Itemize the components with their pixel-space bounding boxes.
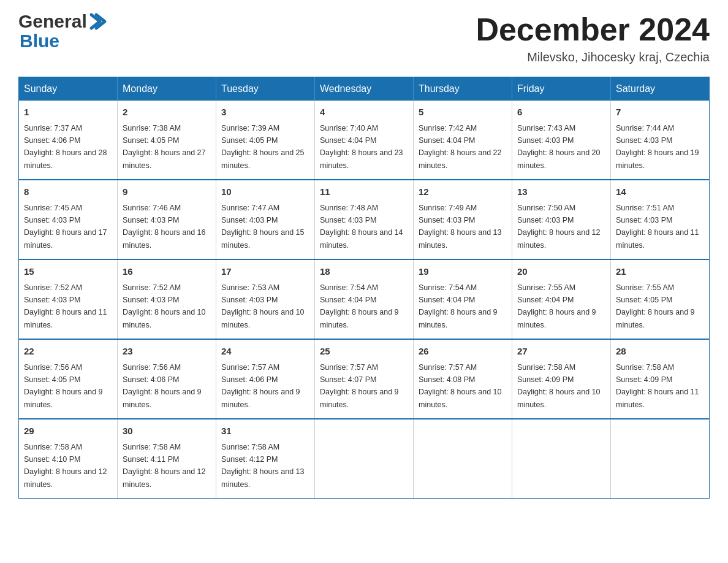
- day-number: 12: [419, 185, 507, 199]
- day-number: 27: [517, 345, 605, 359]
- day-info: Sunrise: 7:52 AMSunset: 4:03 PMDaylight:…: [24, 283, 107, 329]
- calendar-cell: [315, 419, 414, 499]
- calendar-cell: 18 Sunrise: 7:54 AMSunset: 4:04 PMDaylig…: [315, 259, 414, 339]
- col-header-thursday: Thursday: [414, 77, 512, 101]
- day-number: 26: [419, 345, 507, 359]
- calendar-cell: [414, 419, 512, 499]
- day-number: 4: [320, 105, 408, 120]
- calendar-cell: 29 Sunrise: 7:58 AMSunset: 4:10 PMDaylig…: [19, 419, 118, 499]
- calendar-cell: 14 Sunrise: 7:51 AMSunset: 4:03 PMDaylig…: [611, 180, 710, 259]
- day-number: 29: [24, 424, 112, 439]
- day-info: Sunrise: 7:49 AMSunset: 4:03 PMDaylight:…: [419, 204, 502, 250]
- calendar-cell: 19 Sunrise: 7:54 AMSunset: 4:04 PMDaylig…: [414, 259, 512, 339]
- day-info: Sunrise: 7:54 AMSunset: 4:04 PMDaylight:…: [419, 283, 498, 329]
- calendar-week-row: 8 Sunrise: 7:45 AMSunset: 4:03 PMDayligh…: [19, 180, 710, 259]
- day-info: Sunrise: 7:58 AMSunset: 4:10 PMDaylight:…: [24, 443, 107, 489]
- col-header-saturday: Saturday: [611, 77, 710, 101]
- day-info: Sunrise: 7:58 AMSunset: 4:12 PMDaylight:…: [221, 443, 305, 489]
- calendar-cell: 28 Sunrise: 7:58 AMSunset: 4:09 PMDaylig…: [611, 339, 710, 419]
- calendar-cell: 30 Sunrise: 7:58 AMSunset: 4:11 PMDaylig…: [118, 419, 216, 499]
- day-info: Sunrise: 7:38 AMSunset: 4:05 PMDaylight:…: [123, 124, 206, 170]
- calendar-cell: 6 Sunrise: 7:43 AMSunset: 4:03 PMDayligh…: [512, 101, 611, 180]
- col-header-friday: Friday: [512, 77, 611, 101]
- day-info: Sunrise: 7:56 AMSunset: 4:06 PMDaylight:…: [123, 363, 202, 409]
- day-number: 16: [123, 265, 211, 279]
- day-info: Sunrise: 7:37 AMSunset: 4:06 PMDaylight:…: [24, 124, 107, 170]
- day-number: 11: [320, 185, 408, 199]
- day-number: 18: [320, 265, 408, 279]
- day-number: 19: [419, 265, 507, 279]
- day-info: Sunrise: 7:42 AMSunset: 4:04 PMDaylight:…: [419, 124, 502, 170]
- calendar-cell: 31 Sunrise: 7:58 AMSunset: 4:12 PMDaylig…: [216, 419, 315, 499]
- day-number: 14: [616, 185, 704, 199]
- day-number: 8: [24, 185, 112, 199]
- location-subtitle: Milevsko, Jihocesky kraj, Czechia: [476, 50, 710, 64]
- calendar-cell: [512, 419, 611, 499]
- calendar-cell: 7 Sunrise: 7:44 AMSunset: 4:03 PMDayligh…: [611, 101, 710, 180]
- calendar-cell: 8 Sunrise: 7:45 AMSunset: 4:03 PMDayligh…: [19, 180, 118, 259]
- calendar-cell: [611, 419, 710, 499]
- day-number: 21: [616, 265, 704, 279]
- day-number: 10: [221, 185, 309, 199]
- day-info: Sunrise: 7:43 AMSunset: 4:03 PMDaylight:…: [517, 124, 601, 170]
- calendar-cell: 27 Sunrise: 7:58 AMSunset: 4:09 PMDaylig…: [512, 339, 611, 419]
- calendar-cell: 16 Sunrise: 7:52 AMSunset: 4:03 PMDaylig…: [118, 259, 216, 339]
- page-header: General Blue December 2024 Milevsko, Jih…: [18, 12, 710, 64]
- col-header-tuesday: Tuesday: [216, 77, 315, 101]
- calendar-table: SundayMondayTuesdayWednesdayThursdayFrid…: [18, 77, 710, 499]
- calendar-cell: 1 Sunrise: 7:37 AMSunset: 4:06 PMDayligh…: [19, 101, 118, 180]
- calendar-cell: 26 Sunrise: 7:57 AMSunset: 4:08 PMDaylig…: [414, 339, 512, 419]
- day-info: Sunrise: 7:58 AMSunset: 4:09 PMDaylight:…: [616, 363, 699, 409]
- day-number: 24: [221, 345, 309, 359]
- calendar-week-row: 15 Sunrise: 7:52 AMSunset: 4:03 PMDaylig…: [19, 259, 710, 339]
- calendar-cell: 24 Sunrise: 7:57 AMSunset: 4:06 PMDaylig…: [216, 339, 315, 419]
- day-info: Sunrise: 7:54 AMSunset: 4:04 PMDaylight:…: [320, 283, 399, 329]
- day-number: 6: [517, 105, 605, 120]
- day-info: Sunrise: 7:39 AMSunset: 4:05 PMDaylight:…: [221, 124, 305, 170]
- day-number: 17: [221, 265, 309, 279]
- day-number: 9: [123, 185, 211, 199]
- logo-text-general: General: [18, 12, 87, 31]
- day-info: Sunrise: 7:57 AMSunset: 4:06 PMDaylight:…: [221, 363, 300, 409]
- calendar-cell: 2 Sunrise: 7:38 AMSunset: 4:05 PMDayligh…: [118, 101, 216, 180]
- day-info: Sunrise: 7:48 AMSunset: 4:03 PMDaylight:…: [320, 204, 403, 250]
- day-info: Sunrise: 7:50 AMSunset: 4:03 PMDaylight:…: [517, 204, 601, 250]
- day-number: 3: [221, 105, 309, 120]
- calendar-cell: 20 Sunrise: 7:55 AMSunset: 4:04 PMDaylig…: [512, 259, 611, 339]
- day-number: 28: [616, 345, 704, 359]
- day-number: 23: [123, 345, 211, 359]
- day-info: Sunrise: 7:57 AMSunset: 4:08 PMDaylight:…: [419, 363, 502, 409]
- day-info: Sunrise: 7:45 AMSunset: 4:03 PMDaylight:…: [24, 204, 107, 250]
- calendar-cell: 12 Sunrise: 7:49 AMSunset: 4:03 PMDaylig…: [414, 180, 512, 259]
- day-info: Sunrise: 7:44 AMSunset: 4:03 PMDaylight:…: [616, 124, 699, 170]
- day-info: Sunrise: 7:47 AMSunset: 4:03 PMDaylight:…: [221, 204, 305, 250]
- calendar-cell: 21 Sunrise: 7:55 AMSunset: 4:05 PMDaylig…: [611, 259, 710, 339]
- day-number: 31: [221, 424, 309, 439]
- day-number: 5: [419, 105, 507, 120]
- day-number: 13: [517, 185, 605, 199]
- day-number: 1: [24, 105, 112, 120]
- day-info: Sunrise: 7:55 AMSunset: 4:04 PMDaylight:…: [517, 283, 596, 329]
- calendar-cell: 15 Sunrise: 7:52 AMSunset: 4:03 PMDaylig…: [19, 259, 118, 339]
- day-info: Sunrise: 7:52 AMSunset: 4:03 PMDaylight:…: [123, 283, 206, 329]
- calendar-week-row: 29 Sunrise: 7:58 AMSunset: 4:10 PMDaylig…: [19, 419, 710, 499]
- day-info: Sunrise: 7:58 AMSunset: 4:09 PMDaylight:…: [517, 363, 601, 409]
- day-number: 20: [517, 265, 605, 279]
- day-number: 2: [123, 105, 211, 120]
- day-info: Sunrise: 7:56 AMSunset: 4:05 PMDaylight:…: [24, 363, 103, 409]
- day-info: Sunrise: 7:57 AMSunset: 4:07 PMDaylight:…: [320, 363, 399, 409]
- calendar-cell: 5 Sunrise: 7:42 AMSunset: 4:04 PMDayligh…: [414, 101, 512, 180]
- day-number: 22: [24, 345, 112, 359]
- calendar-cell: 3 Sunrise: 7:39 AMSunset: 4:05 PMDayligh…: [216, 101, 315, 180]
- logo-chevron-icon: [88, 12, 107, 31]
- title-section: December 2024 Milevsko, Jihocesky kraj, …: [476, 12, 710, 64]
- col-header-wednesday: Wednesday: [315, 77, 414, 101]
- day-number: 7: [616, 105, 704, 120]
- day-info: Sunrise: 7:40 AMSunset: 4:04 PMDaylight:…: [320, 124, 403, 170]
- day-info: Sunrise: 7:55 AMSunset: 4:05 PMDaylight:…: [616, 283, 695, 329]
- calendar-cell: 9 Sunrise: 7:46 AMSunset: 4:03 PMDayligh…: [118, 180, 216, 259]
- calendar-week-row: 22 Sunrise: 7:56 AMSunset: 4:05 PMDaylig…: [19, 339, 710, 419]
- month-title: December 2024: [476, 12, 710, 47]
- calendar-cell: 25 Sunrise: 7:57 AMSunset: 4:07 PMDaylig…: [315, 339, 414, 419]
- calendar-cell: 22 Sunrise: 7:56 AMSunset: 4:05 PMDaylig…: [19, 339, 118, 419]
